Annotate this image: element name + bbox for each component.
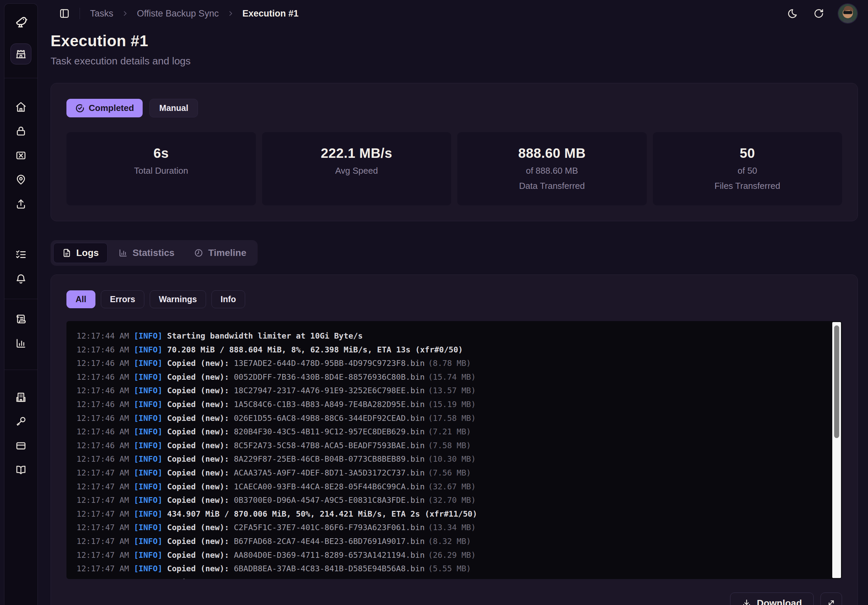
- breadcrumb-tasks[interactable]: Tasks: [90, 8, 113, 19]
- console-scrollbar-thumb[interactable]: [834, 326, 839, 438]
- main-content: Tasks Offiste Backup Sync Execution #1 E…: [51, 0, 868, 605]
- topbar-actions: [785, 3, 858, 23]
- sidebar-item-tasks[interactable]: [11, 43, 31, 64]
- upload-icon: [15, 198, 26, 210]
- stat-data-transferred: 888.60 MB of 888.60 MB Data Transferred: [457, 132, 647, 205]
- sidebar: [4, 3, 38, 605]
- sidebar-item-statistics[interactable]: [12, 335, 29, 352]
- stat-sub: of 50: [660, 166, 835, 176]
- moon-icon: [787, 8, 798, 19]
- stat-value: 222.1 MB/s: [269, 146, 445, 161]
- tab-logs[interactable]: Logs: [53, 243, 108, 263]
- map-pin-icon: [15, 174, 26, 186]
- log-entry: 12:17:46 AM[INFO]Copied (new):820B4F30-4…: [76, 425, 818, 439]
- filter-all-button[interactable]: All: [67, 290, 95, 308]
- download-icon: [742, 599, 751, 605]
- user-avatar[interactable]: [838, 3, 858, 23]
- bell-icon: [15, 273, 26, 285]
- sidebar-item-security[interactable]: [12, 123, 29, 140]
- home-icon: [15, 101, 26, 113]
- sidebar-item-packages[interactable]: [12, 147, 29, 164]
- expand-icon: [826, 598, 836, 605]
- log-entry: 12:17:46 AM[INFO]Copied (new):1A5C84C6-C…: [76, 398, 818, 411]
- log-entry: 12:17:47 AM[INFO]Copied (new):C2FA5F1C-3…: [76, 521, 818, 535]
- castle-icon: [15, 48, 26, 60]
- topbar: Tasks Offiste Backup Sync Execution #1: [51, 0, 858, 27]
- log-entry: 12:17:47 AM[INFO]434.907 MiB / 870.006 M…: [76, 507, 818, 521]
- log-entry: 12:17:47 AM[INFO]Copied (new):B4EBEF89-4…: [76, 576, 818, 579]
- key-icon: [15, 416, 26, 427]
- x-square-icon: [15, 150, 26, 161]
- check-circle-icon: [75, 104, 85, 113]
- view-tabs: Logs Statistics Timeline: [51, 240, 257, 266]
- app-logo-bird-icon: [12, 14, 29, 31]
- clock-icon: [194, 248, 203, 258]
- stat-value: 50: [660, 146, 835, 161]
- log-entry: 12:17:47 AM[INFO]Copied (new):1CAECA00-9…: [76, 480, 818, 494]
- log-entry: 12:17:47 AM[INFO]Copied (new):0B3700E0-D…: [76, 493, 818, 507]
- page-title: Execution #1: [51, 32, 858, 50]
- log-entry: 12:17:46 AM[INFO]70.208 MiB / 888.604 Mi…: [76, 343, 818, 357]
- scroll-log-icon: [15, 313, 26, 325]
- filter-info-button[interactable]: Info: [211, 290, 245, 308]
- sidebar-item-infrastructure[interactable]: [12, 389, 29, 406]
- sidebar-item-keys[interactable]: [12, 413, 29, 430]
- tab-statistics[interactable]: Statistics: [110, 243, 183, 263]
- stat-label: Files Transferred: [660, 181, 835, 191]
- stat-value: 888.60 MB: [464, 146, 640, 161]
- page-subtitle: Task execution details and logs: [51, 55, 858, 67]
- log-entry: 12:17:47 AM[INFO]Copied (new):ACAA37A5-A…: [76, 466, 818, 480]
- breadcrumb: Tasks Offiste Backup Sync Execution #1: [90, 8, 298, 19]
- chevron-right-icon: [121, 10, 129, 17]
- sidebar-item-logs[interactable]: [12, 310, 29, 327]
- log-entry: 12:17:47 AM[INFO]Copied (new):B67FAD68-2…: [76, 535, 818, 548]
- log-entry: 12:17:46 AM[INFO]Copied (new):026E1D55-6…: [76, 411, 818, 425]
- sidebar-item-checklist[interactable]: [12, 246, 29, 263]
- lock-icon: [15, 126, 26, 137]
- stat-label: Data Transferred: [464, 181, 640, 191]
- panel-left-icon: [59, 8, 70, 19]
- stat-sub: of 888.60 MB: [464, 166, 640, 176]
- sidebar-divider: [5, 369, 37, 370]
- sidebar-item-upload[interactable]: [12, 195, 29, 213]
- tab-timeline[interactable]: Timeline: [185, 243, 255, 263]
- sidebar-item-locations[interactable]: [12, 171, 29, 188]
- sidebar-item-notifications[interactable]: [12, 270, 29, 287]
- file-text-icon: [62, 248, 71, 258]
- refresh-icon: [813, 8, 824, 19]
- refresh-button[interactable]: [811, 6, 826, 21]
- sidebar-item-docs[interactable]: [12, 462, 29, 479]
- log-console[interactable]: 12:17:44 AM[INFO]Starting bandwidth limi…: [67, 321, 842, 579]
- breadcrumb-task-name[interactable]: Offiste Backup Sync: [137, 8, 219, 19]
- expand-console-button[interactable]: [820, 593, 842, 605]
- sidebar-toggle-button[interactable]: [57, 6, 72, 21]
- sidebar-item-home[interactable]: [12, 98, 29, 115]
- filter-warnings-button[interactable]: Warnings: [150, 290, 206, 308]
- badge-row: Completed Manual: [67, 99, 842, 117]
- log-entry: 12:17:47 AM[INFO]Copied (new):AA804D0E-D…: [76, 548, 818, 562]
- breadcrumb-current: Execution #1: [242, 8, 299, 19]
- log-entry: 12:17:44 AM[INFO]Starting bandwidth limi…: [76, 329, 818, 343]
- sidebar-item-billing[interactable]: [12, 437, 29, 454]
- logs-panel: All Errors Warnings Info 12:17:44 AM[INF…: [51, 275, 858, 605]
- log-entry: 12:17:46 AM[INFO]Copied (new):13E7ADE2-6…: [76, 357, 818, 370]
- download-logs-button[interactable]: Download: [730, 593, 814, 605]
- sidebar-divider: [5, 299, 37, 299]
- stat-files-transferred: 50 of 50 Files Transferred: [653, 132, 842, 205]
- theme-toggle-button[interactable]: [785, 6, 800, 21]
- credit-card-icon: [15, 440, 26, 451]
- console-footer: Download: [67, 593, 842, 605]
- bar-chart-icon: [15, 338, 26, 349]
- chevron-right-icon: [227, 10, 234, 17]
- log-entry: 12:17:46 AM[INFO]Copied (new):0052DDFF-7…: [76, 370, 818, 384]
- bar-chart-icon: [118, 248, 128, 258]
- stat-avg-speed: 222.1 MB/s Avg Speed: [262, 132, 451, 205]
- execution-summary-card: Completed Manual 6s Total Duration 222.1…: [51, 83, 858, 221]
- book-open-icon: [15, 464, 26, 476]
- log-entry: 12:17:47 AM[INFO]Copied (new):6BADB8EA-3…: [76, 562, 818, 576]
- sidebar-divider: [5, 78, 37, 78]
- stat-total-duration: 6s Total Duration: [67, 132, 256, 205]
- stats-row: 6s Total Duration 222.1 MB/s Avg Speed 8…: [67, 132, 842, 205]
- filter-errors-button[interactable]: Errors: [101, 290, 144, 308]
- console-scrollbar-track[interactable]: [832, 322, 841, 578]
